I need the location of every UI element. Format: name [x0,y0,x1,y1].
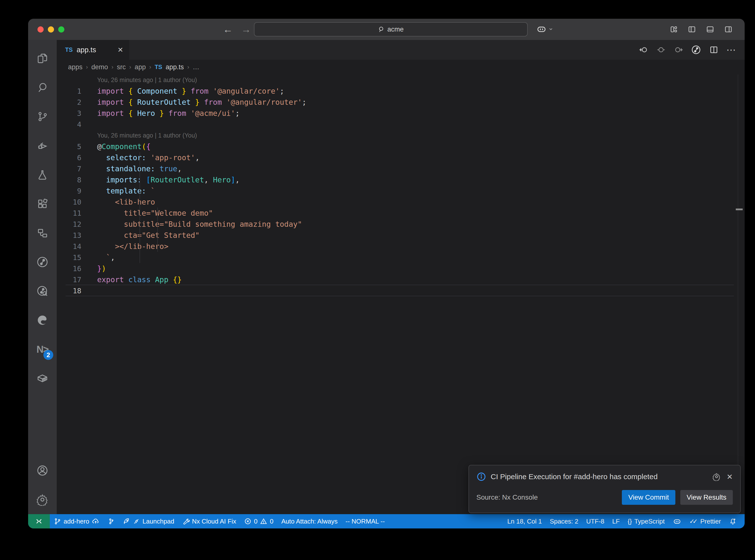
copilot-status-item[interactable] [669,514,686,528]
line-number: 15 [57,253,81,262]
testing-icon[interactable] [28,160,57,189]
breadcrumb-separator: › [86,64,88,71]
code-text: import { RouterOutlet } from '@angular/r… [97,98,306,106]
view-commit-button[interactable]: View Commit [622,490,675,505]
circle-dash-icon[interactable] [656,45,666,55]
notification-gear-icon[interactable] [712,473,721,481]
history-forward-button[interactable]: → [241,24,251,35]
close-window-button[interactable] [38,26,44,33]
code-line[interactable]: 16}) [57,263,744,274]
extensions-icon[interactable] [28,189,57,218]
scrollbar-track[interactable] [738,75,738,514]
code-line[interactable]: 4 [57,119,744,130]
info-icon [476,472,486,482]
typescript-file-icon: TS [155,64,162,71]
notification-title: CI Pipeline Execution for #add-hero has … [491,473,708,481]
explorer-icon[interactable] [28,44,57,73]
settings-icon[interactable] [28,485,57,514]
line-number: 18 [57,287,81,295]
code-editor[interactable]: You, 26 minutes ago | 1 author (You)1imp… [57,75,744,514]
line-number: 4 [57,120,81,129]
vscode-window: ← → acme [28,19,744,528]
customize-layout-icon[interactable] [669,25,678,34]
tab-close-icon[interactable]: ✕ [118,46,123,54]
git-branch-item[interactable]: add-hero [50,514,103,528]
vim-mode-item[interactable]: -- NORMAL -- [341,514,389,528]
nav-forward-circle-icon[interactable] [674,45,683,55]
more-actions-icon[interactable]: ⋯ [727,44,736,55]
search-icon[interactable] [28,73,57,102]
zoom-window-button[interactable] [58,26,64,33]
code-line[interactable]: 15 `, [57,252,744,263]
code-line[interactable]: 18 [57,285,744,296]
code-line[interactable]: 11 title="Welcmoe demo" [57,207,744,219]
git-graph-item[interactable] [103,514,119,528]
problems-item[interactable]: 0 0 [240,514,277,528]
breadcrumb-separator: › [129,64,131,71]
history-back-button[interactable]: ← [223,24,233,35]
breadcrumb-symbol[interactable]: … [193,63,199,71]
tab-app-ts[interactable]: TS app.ts ✕ [57,40,129,60]
toggle-sidebar-left-icon[interactable] [688,25,696,34]
code-line[interactable]: 14 ></lib-hero> [57,241,744,252]
overview-ruler-marker [736,208,743,210]
flowchart-icon[interactable] [28,218,57,247]
toggle-panel-icon[interactable] [706,25,715,34]
graph-circle-icon[interactable] [691,45,701,55]
command-center-search[interactable]: acme [254,22,528,37]
nx-console-icon[interactable]: N> 2 [28,335,57,364]
breadcrumb-item[interactable]: src [117,63,126,71]
notifications-bell-item[interactable] [725,514,741,528]
code-line[interactable]: 8 imports: [RouterOutlet, Hero], [57,174,744,185]
container-icon[interactable] [28,364,57,393]
edge-tools-icon[interactable] [28,306,57,335]
code-line[interactable]: 3import { Hero } from '@acme/ui'; [57,108,744,119]
breadcrumb-item[interactable]: apps [68,63,83,71]
line-number: 2 [57,98,81,106]
nx-cloud-ai-fix-item[interactable]: Nx Cloud AI Fix [178,514,240,528]
source-control-icon[interactable] [28,102,57,131]
eol-item[interactable]: LF [608,514,623,528]
toggle-sidebar-right-icon[interactable] [724,25,733,34]
code-line[interactable]: 9 template: ` [57,185,744,197]
code-text: import { Hero } from '@acme/ui'; [97,109,240,118]
indent-guide [140,152,140,263]
code-line[interactable]: 5@Component({ [57,141,744,152]
nav-back-circle-icon[interactable] [639,45,649,55]
breadcrumb-file[interactable]: app.ts [166,63,184,71]
code-line[interactable]: 17export class App {} [57,274,744,285]
code-line[interactable]: 2import { RouterOutlet } from '@angular/… [57,97,744,108]
code-text: }) [97,264,106,273]
remote-indicator[interactable] [28,514,50,528]
copilot-menu[interactable] [536,24,553,35]
line-number: 16 [57,264,81,273]
indentation-item[interactable]: Spaces: 2 [546,514,582,528]
language-mode-item[interactable]: {} TypeScript [623,514,669,528]
code-line[interactable]: 7 standalone: true, [57,163,744,174]
breadcrumb-item[interactable]: demo [92,63,108,71]
breadcrumb-item[interactable]: app [135,63,146,71]
split-editor-icon[interactable] [709,45,718,55]
prettier-item[interactable]: ✓✓ Prettier [686,514,725,528]
project-graph-icon[interactable] [28,247,57,277]
encoding-item[interactable]: UTF-8 [582,514,608,528]
launchpad-label: Launchpad [142,518,174,525]
auto-attach-item[interactable]: Auto Attach: Always [277,514,341,528]
view-results-button[interactable]: View Results [680,490,733,505]
code-line[interactable]: 12 subtitle="Build something amazing tod… [57,219,744,230]
account-icon[interactable] [28,456,57,485]
launchpad-item[interactable]: Launchpad [119,514,178,528]
blame-text: You, 26 minutes ago | 1 author (You) [97,132,197,139]
graph-details-icon[interactable] [28,277,57,306]
minimize-window-button[interactable] [48,26,54,33]
run-debug-icon[interactable] [28,131,57,160]
code-line[interactable]: 6 selector: 'app-root', [57,152,744,163]
code-line[interactable]: 13 cta="Get Started" [57,230,744,241]
code-line[interactable]: 10 <lib-hero [57,197,744,207]
line-number: 12 [57,220,81,228]
code-line[interactable]: 1import { Component } from '@angular/cor… [57,85,744,97]
cursor-position-item[interactable]: Ln 18, Col 1 [503,514,546,528]
line-number: 17 [57,276,81,284]
notification-close-icon[interactable]: ✕ [727,473,733,481]
breadcrumb: apps › demo › src › app › TS app.ts › … [57,60,744,75]
